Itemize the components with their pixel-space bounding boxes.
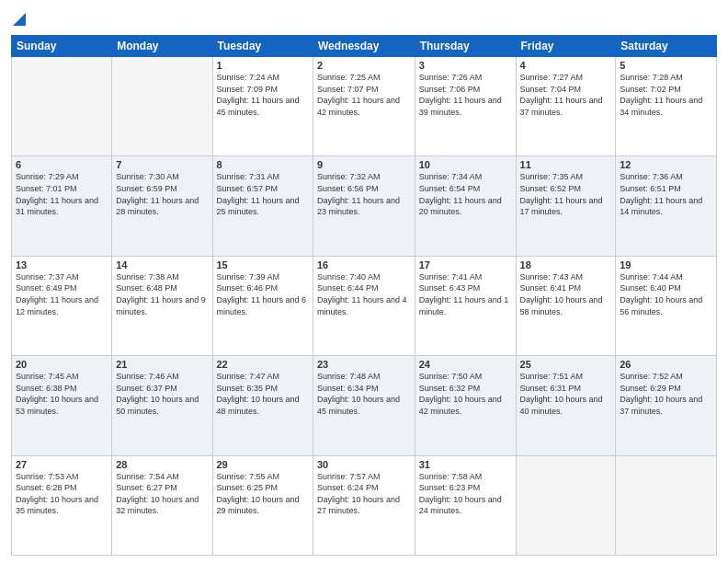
day-number: 3 xyxy=(419,60,512,71)
cell-text: Sunrise: 7:53 AMSunset: 6:28 PMDaylight:… xyxy=(16,471,108,517)
day-number: 1 xyxy=(217,60,309,71)
calendar-cell: 31Sunrise: 7:58 AMSunset: 6:23 PMDayligh… xyxy=(415,455,516,555)
calendar-cell: 30Sunrise: 7:57 AMSunset: 6:24 PMDayligh… xyxy=(313,455,415,555)
day-number: 2 xyxy=(317,60,411,71)
calendar-table: SundayMondayTuesdayWednesdayThursdayFrid… xyxy=(11,35,717,556)
cell-text: Sunrise: 7:50 AMSunset: 6:32 PMDaylight:… xyxy=(419,371,512,417)
day-number: 17 xyxy=(419,259,512,270)
calendar-week-row: 27Sunrise: 7:53 AMSunset: 6:28 PMDayligh… xyxy=(12,455,717,555)
cell-text: Sunrise: 7:52 AMSunset: 6:29 PMDaylight:… xyxy=(620,371,712,417)
cell-text: Sunrise: 7:58 AMSunset: 6:23 PMDaylight:… xyxy=(419,471,512,517)
day-number: 29 xyxy=(217,459,309,470)
calendar-week-row: 1Sunrise: 7:24 AMSunset: 7:09 PMDaylight… xyxy=(12,57,717,156)
calendar-cell: 6Sunrise: 7:29 AMSunset: 7:01 PMDaylight… xyxy=(12,156,112,256)
day-number: 27 xyxy=(16,459,108,470)
calendar-cell: 7Sunrise: 7:30 AMSunset: 6:59 PMDaylight… xyxy=(112,156,212,256)
day-number: 6 xyxy=(16,159,108,170)
cell-text: Sunrise: 7:45 AMSunset: 6:38 PMDaylight:… xyxy=(16,371,108,417)
cell-text: Sunrise: 7:30 AMSunset: 6:59 PMDaylight:… xyxy=(116,171,208,217)
cell-text: Sunrise: 7:41 AMSunset: 6:43 PMDaylight:… xyxy=(419,271,512,317)
cell-text: Sunrise: 7:26 AMSunset: 7:06 PMDaylight:… xyxy=(419,72,512,118)
day-number: 15 xyxy=(217,259,309,270)
cell-text: Sunrise: 7:47 AMSunset: 6:35 PMDaylight:… xyxy=(217,371,309,417)
cell-text: Sunrise: 7:46 AMSunset: 6:37 PMDaylight:… xyxy=(116,371,208,417)
cell-text: Sunrise: 7:25 AMSunset: 7:07 PMDaylight:… xyxy=(317,72,411,118)
day-number: 31 xyxy=(419,459,512,470)
weekday-header-wednesday: Wednesday xyxy=(313,36,415,57)
day-number: 30 xyxy=(317,459,411,470)
cell-text: Sunrise: 7:36 AMSunset: 6:51 PMDaylight:… xyxy=(620,171,712,217)
calendar-week-row: 13Sunrise: 7:37 AMSunset: 6:49 PMDayligh… xyxy=(12,256,717,355)
calendar-cell: 14Sunrise: 7:38 AMSunset: 6:48 PMDayligh… xyxy=(112,256,212,355)
calendar-cell: 28Sunrise: 7:54 AMSunset: 6:27 PMDayligh… xyxy=(112,455,212,555)
cell-text: Sunrise: 7:44 AMSunset: 6:40 PMDaylight:… xyxy=(620,271,712,317)
day-number: 10 xyxy=(419,159,512,170)
day-number: 21 xyxy=(116,359,208,370)
calendar-cell xyxy=(12,57,112,156)
cell-text: Sunrise: 7:40 AMSunset: 6:44 PMDaylight:… xyxy=(317,271,411,317)
svg-marker-0 xyxy=(13,13,26,26)
day-number: 4 xyxy=(520,60,612,71)
weekday-header-thursday: Thursday xyxy=(415,36,516,57)
cell-text: Sunrise: 7:32 AMSunset: 6:56 PMDaylight:… xyxy=(317,171,411,217)
calendar-cell: 10Sunrise: 7:34 AMSunset: 6:54 PMDayligh… xyxy=(415,156,516,256)
calendar-week-row: 20Sunrise: 7:45 AMSunset: 6:38 PMDayligh… xyxy=(12,356,717,455)
calendar-cell: 21Sunrise: 7:46 AMSunset: 6:37 PMDayligh… xyxy=(112,356,212,455)
weekday-header-monday: Monday xyxy=(112,36,212,57)
cell-text: Sunrise: 7:55 AMSunset: 6:25 PMDaylight:… xyxy=(217,471,309,517)
calendar-cell: 17Sunrise: 7:41 AMSunset: 6:43 PMDayligh… xyxy=(415,256,516,355)
calendar-cell: 19Sunrise: 7:44 AMSunset: 6:40 PMDayligh… xyxy=(616,256,717,355)
calendar-cell xyxy=(616,455,717,555)
day-number: 13 xyxy=(16,259,108,270)
calendar-cell: 13Sunrise: 7:37 AMSunset: 6:49 PMDayligh… xyxy=(12,256,112,355)
cell-text: Sunrise: 7:54 AMSunset: 6:27 PMDaylight:… xyxy=(116,471,208,517)
day-number: 12 xyxy=(620,159,712,170)
day-number: 25 xyxy=(520,359,612,370)
calendar-cell: 9Sunrise: 7:32 AMSunset: 6:56 PMDaylight… xyxy=(313,156,415,256)
cell-text: Sunrise: 7:27 AMSunset: 7:04 PMDaylight:… xyxy=(520,72,612,118)
cell-text: Sunrise: 7:24 AMSunset: 7:09 PMDaylight:… xyxy=(217,72,309,118)
calendar-cell: 26Sunrise: 7:52 AMSunset: 6:29 PMDayligh… xyxy=(616,356,717,455)
calendar-cell: 25Sunrise: 7:51 AMSunset: 6:31 PMDayligh… xyxy=(516,356,616,455)
cell-text: Sunrise: 7:29 AMSunset: 7:01 PMDaylight:… xyxy=(16,171,108,217)
day-number: 28 xyxy=(116,459,208,470)
calendar-cell: 24Sunrise: 7:50 AMSunset: 6:32 PMDayligh… xyxy=(415,356,516,455)
calendar-cell: 8Sunrise: 7:31 AMSunset: 6:57 PMDaylight… xyxy=(212,156,313,256)
cell-text: Sunrise: 7:48 AMSunset: 6:34 PMDaylight:… xyxy=(317,371,411,417)
calendar-cell: 16Sunrise: 7:40 AMSunset: 6:44 PMDayligh… xyxy=(313,256,415,355)
calendar-cell: 5Sunrise: 7:28 AMSunset: 7:02 PMDaylight… xyxy=(616,57,717,156)
calendar-cell: 11Sunrise: 7:35 AMSunset: 6:52 PMDayligh… xyxy=(516,156,616,256)
day-number: 14 xyxy=(116,259,208,270)
weekday-header-row: SundayMondayTuesdayWednesdayThursdayFrid… xyxy=(12,36,717,57)
calendar-week-row: 6Sunrise: 7:29 AMSunset: 7:01 PMDaylight… xyxy=(12,156,717,256)
calendar-cell: 23Sunrise: 7:48 AMSunset: 6:34 PMDayligh… xyxy=(313,356,415,455)
logo xyxy=(11,9,26,29)
weekday-header-friday: Friday xyxy=(516,36,616,57)
calendar-cell: 20Sunrise: 7:45 AMSunset: 6:38 PMDayligh… xyxy=(12,356,112,455)
calendar-cell: 4Sunrise: 7:27 AMSunset: 7:04 PMDaylight… xyxy=(516,57,616,156)
day-number: 8 xyxy=(217,159,309,170)
day-number: 18 xyxy=(520,259,612,270)
day-number: 16 xyxy=(317,259,411,270)
day-number: 23 xyxy=(317,359,411,370)
cell-text: Sunrise: 7:31 AMSunset: 6:57 PMDaylight:… xyxy=(217,171,309,217)
cell-text: Sunrise: 7:38 AMSunset: 6:48 PMDaylight:… xyxy=(116,271,208,317)
day-number: 9 xyxy=(317,159,411,170)
calendar-cell: 27Sunrise: 7:53 AMSunset: 6:28 PMDayligh… xyxy=(12,455,112,555)
calendar-cell: 29Sunrise: 7:55 AMSunset: 6:25 PMDayligh… xyxy=(212,455,313,555)
calendar-page: SundayMondayTuesdayWednesdayThursdayFrid… xyxy=(0,0,728,563)
calendar-cell: 1Sunrise: 7:24 AMSunset: 7:09 PMDaylight… xyxy=(212,57,313,156)
cell-text: Sunrise: 7:37 AMSunset: 6:49 PMDaylight:… xyxy=(16,271,108,317)
cell-text: Sunrise: 7:43 AMSunset: 6:41 PMDaylight:… xyxy=(520,271,612,317)
cell-text: Sunrise: 7:34 AMSunset: 6:54 PMDaylight:… xyxy=(419,171,512,217)
calendar-cell: 2Sunrise: 7:25 AMSunset: 7:07 PMDaylight… xyxy=(313,57,415,156)
weekday-header-saturday: Saturday xyxy=(616,36,717,57)
cell-text: Sunrise: 7:39 AMSunset: 6:46 PMDaylight:… xyxy=(217,271,309,317)
calendar-cell xyxy=(112,57,212,156)
calendar-cell xyxy=(516,455,616,555)
day-number: 5 xyxy=(620,60,712,71)
day-number: 19 xyxy=(620,259,712,270)
calendar-cell: 18Sunrise: 7:43 AMSunset: 6:41 PMDayligh… xyxy=(516,256,616,355)
cell-text: Sunrise: 7:28 AMSunset: 7:02 PMDaylight:… xyxy=(620,72,712,118)
header xyxy=(11,9,717,29)
